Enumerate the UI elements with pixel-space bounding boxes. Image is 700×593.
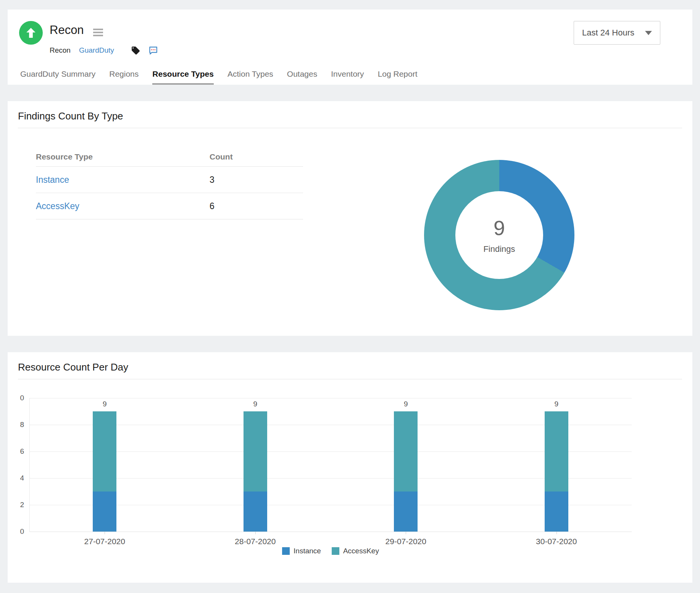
y-axis-tick-label: 0 (20, 527, 24, 536)
resource-count-bar-chart: 086420927-07-2020928-07-2020929-07-20209… (29, 398, 632, 532)
donut-total-caption: Findings (483, 244, 515, 254)
comment-icon[interactable] (148, 45, 158, 55)
resource-count-value: 3 (210, 175, 215, 185)
gridline (29, 505, 632, 505)
panel-title: Resource Count Per Day (18, 361, 128, 373)
x-axis-tick-mark (556, 532, 557, 534)
legend-item-accesskey[interactable]: AccessKey (332, 547, 379, 555)
chevron-down-icon (645, 31, 652, 35)
findings-count-panel: Findings Count By Type Resource Type Cou… (8, 101, 692, 336)
x-axis-tick-label: 30-07-2020 (536, 537, 577, 546)
breadcrumb: Recon GuardDuty (50, 45, 158, 55)
resource-type-link[interactable]: Instance (36, 175, 69, 185)
tab-resource-types[interactable]: Resource Types (152, 69, 214, 85)
monitor-category-link[interactable]: GuardDuty (79, 46, 114, 55)
tab-inventory[interactable]: Inventory (331, 69, 364, 85)
bar-segment-accesskey[interactable] (394, 411, 418, 491)
x-axis-tick-mark (105, 532, 105, 534)
legend-label: Instance (294, 547, 321, 555)
dashboard-page: { "header": { "title": "Recon", "breadcr… (0, 0, 700, 593)
legend-swatch (332, 547, 339, 555)
tab-log-report[interactable]: Log Report (378, 69, 418, 85)
y-axis-line (29, 398, 30, 532)
resource-count-panel: Resource Count Per Day 086420927-07-2020… (8, 352, 692, 583)
resource-count-value: 6 (210, 201, 215, 211)
donut-center: 9 Findings (455, 191, 543, 279)
bar-segment-instance[interactable] (93, 491, 116, 532)
gridline (29, 425, 632, 425)
column-header-resource-type: Resource Type (36, 152, 210, 161)
donut-total-value: 9 (494, 216, 505, 240)
bar-total-label: 9 (404, 400, 408, 408)
y-axis-tick-label: 6 (20, 447, 24, 456)
bar-total-label: 9 (103, 400, 107, 408)
column-header-count: Count (210, 152, 303, 161)
gridline (29, 398, 632, 398)
tab-action-types[interactable]: Action Types (227, 69, 273, 85)
legend-item-instance[interactable]: Instance (282, 547, 321, 555)
page-title: Recon (50, 23, 84, 37)
divider (18, 128, 682, 128)
findings-donut-chart[interactable]: 9 Findings (424, 160, 574, 310)
x-axis-tick-mark (406, 532, 406, 534)
header-card: Recon Recon GuardDuty GuardDuty Summary … (8, 10, 692, 85)
x-axis-tick-label: 27-07-2020 (84, 537, 125, 546)
bar-total-label: 9 (253, 400, 257, 408)
bar-segment-accesskey[interactable] (244, 411, 267, 491)
table-header-row: Resource Type Count (36, 147, 303, 167)
panel-title: Findings Count By Type (18, 110, 123, 122)
tab-outages[interactable]: Outages (287, 69, 317, 85)
tag-icon[interactable] (131, 46, 140, 55)
legend-label: AccessKey (343, 547, 379, 555)
bar-segment-accesskey[interactable] (545, 411, 568, 491)
table-row: AccessKey 6 (36, 193, 303, 219)
bar-segment-instance[interactable] (244, 491, 267, 532)
resource-type-link[interactable]: AccessKey (36, 201, 79, 211)
x-axis-tick-label: 29-07-2020 (385, 537, 426, 546)
tab-bar: GuardDuty Summary Regions Resource Types… (20, 69, 418, 85)
gridline (29, 451, 632, 452)
bar-segment-instance[interactable] (394, 491, 418, 532)
gridline (29, 532, 632, 532)
tab-guardduty-summary[interactable]: GuardDuty Summary (20, 69, 95, 85)
chart-legend: InstanceAccessKey (282, 547, 379, 555)
findings-table: Resource Type Count Instance 3 AccessKey… (36, 147, 303, 219)
table-row: Instance 3 (36, 167, 303, 193)
y-axis-tick-label: 0 (20, 394, 24, 402)
bar-total-label: 9 (554, 400, 558, 408)
y-axis-tick-label: 2 (20, 501, 24, 509)
x-axis-tick-label: 28-07-2020 (235, 537, 276, 546)
menu-icon[interactable] (93, 29, 103, 38)
up-arrow-icon (26, 27, 36, 38)
legend-swatch (282, 547, 290, 555)
divider (18, 379, 682, 379)
x-axis-tick-mark (255, 532, 256, 534)
status-up-icon (19, 21, 43, 45)
time-range-value: Last 24 Hours (582, 28, 634, 38)
y-axis-tick-label: 8 (20, 421, 24, 429)
tab-regions[interactable]: Regions (109, 69, 139, 85)
bar-segment-accesskey[interactable] (93, 411, 116, 491)
monitor-name: Recon (50, 46, 71, 55)
time-range-dropdown[interactable]: Last 24 Hours (574, 21, 660, 45)
gridline (29, 478, 632, 479)
bar-segment-instance[interactable] (545, 491, 568, 532)
y-axis-tick-label: 4 (20, 474, 24, 482)
